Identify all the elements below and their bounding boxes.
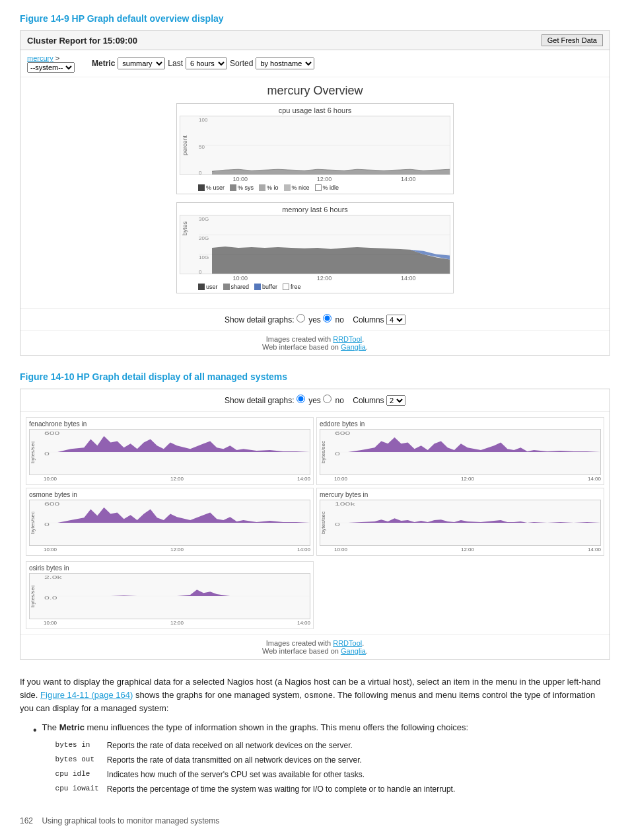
osiris-graph-item: osiris bytes in bytes/sec 2.0k 0.0 10:00 [26,561,314,629]
columns-label: Columns [353,315,384,325]
get-fresh-data-button[interactable]: Get Fresh Data [542,34,603,46]
eddore-title: eddore bytes in [320,420,601,428]
figure1-box: Cluster Report for 15:09:00 Get Fresh Da… [20,30,610,356]
rrdtool-link1[interactable]: RRDTool [333,335,362,343]
sorted-select[interactable]: by hostname [256,57,314,69]
code-cell: cpu idle [55,767,107,782]
figure2-footer: Images created with RRDTool. Web interfa… [20,634,610,659]
osiris-title: osiris bytes in [29,564,310,572]
figure14-11-link[interactable]: Figure 14-11 (page 164) [40,690,133,700]
osmone-inner: 600 0 [44,500,310,545]
mem-x-labels: 10:00 12:00 14:00 [180,275,450,282]
osiris-area: bytes/sec 2.0k 0.0 [29,573,310,619]
desc-cell: Indicates how much of the server's CPU s… [107,767,464,782]
osmone-code: osmone [304,691,333,701]
desc-cell: Reports the percentage of time the syste… [107,782,464,796]
osmone-svg: 600 0 [44,500,310,545]
last-select[interactable]: 6 hours [186,57,227,69]
eddore-inner: 600 0 [335,430,600,475]
legend-nice-label: % nice [292,184,310,191]
cpu-x-labels: 10:00 12:00 14:00 [180,176,450,182]
show-detail-no-radio2[interactable] [323,395,332,403]
code-table-row: cpu idleIndicates how much of the server… [55,767,464,782]
footer1-text1: Images created with [266,335,333,343]
columns-select[interactable]: 4 [386,315,405,325]
page-footer: 162 Using graphical tools to monitor man… [20,816,610,825]
mercury-svg: 100k 0 [335,500,600,545]
bullet-section: • The Metric menu influences the type of… [33,721,610,796]
mem-graph-legend: user shared buffer free [180,284,450,290]
detail-graphs-grid: fenachrone bytes in bytes/sec 600 0 10:0… [20,412,610,561]
code-cell: bytes out [55,753,107,767]
mercury-area: bytes/sec 100k 0 [320,500,601,546]
cpu-graph-svg: 100 50 0 [199,116,450,174]
mem-y-label: bytes [182,221,188,236]
eddore-graph-item: eddore bytes in bytes/sec 600 0 10:00 12… [316,417,604,485]
cluster-report-title: Cluster Report for 15:09:00 [27,36,137,46]
legend-idle-box [315,184,322,191]
text-content: If you want to display the graphical dat… [20,675,610,796]
legend-shared-box [223,284,230,290]
ganglia-link2[interactable]: Ganglia [341,647,366,655]
svg-text:30G: 30G [199,216,209,222]
detail-header: Show detail graphs: yes no Columns 2 [20,389,610,412]
legend-sys: % sys [230,184,254,191]
columns-select2[interactable]: 2 [386,395,405,406]
legend-shared: shared [223,284,250,290]
eddore-y-label: bytes/sec [320,441,326,463]
svg-text:50: 50 [199,144,205,150]
figure2-box: Show detail graphs: yes no Columns 2 fen… [20,389,610,660]
fenachrone-inner: 600 0 [44,430,310,475]
empty-cell [316,561,604,629]
eddore-x-labels: 10:00 12:00 14:00 [320,476,601,482]
legend-idle-label: % idle [323,184,339,191]
rrdtool-link2[interactable]: RRDTool [333,639,362,647]
legend-buffer-label: buffer [262,284,277,290]
mem-graph-svg: 30G 20G 10G 0 [199,215,450,274]
legend-io-label: % io [267,184,279,191]
show-detail-no-label2: no [335,396,344,405]
desc-cell: Reports the rate of data received on all… [107,738,464,753]
mercury-link[interactable]: mercury [27,54,53,62]
fenachrone-title: fenachrone bytes in [29,420,310,428]
svg-marker-26 [348,438,600,452]
footer2-text3: Web interface based on [262,647,341,655]
show-detail-label: Show detail graphs: [225,315,294,325]
osiris-y-label: bytes/sec [30,585,36,607]
svg-text:0: 0 [199,170,202,174]
code-table: bytes inReports the rate of data receive… [55,738,464,796]
ganglia-link1[interactable]: Ganglia [341,343,366,351]
show-detail-yes-label2: yes [308,396,321,405]
svg-text:100k: 100k [335,502,355,506]
last-label: Last [168,59,183,68]
svg-text:600: 600 [44,431,59,436]
breadcrumb-arrow: > [55,54,59,62]
cluster-controls: mercury > --system-- Metric summary Last… [20,50,610,77]
show-detail-yes-label: yes [308,315,321,325]
cpu-y-label: percent [182,135,188,155]
show-detail-yes-radio[interactable] [297,314,305,323]
columns-label2: Columns [353,396,384,405]
metric-select[interactable]: summary [118,57,165,69]
legend-mem-user-box [198,284,205,290]
cpu-graph-legend: % user % sys % io % nice % idle [180,184,450,191]
mem-graph-area: bytes 30G 20G 10G 0 [180,215,450,274]
fenachrone-y-label: bytes/sec [30,441,36,463]
show-detail-no-radio[interactable] [323,314,332,323]
show-detail-yes-radio2[interactable] [297,395,305,403]
legend-io: % io [259,184,279,191]
legend-buffer-box [254,284,261,290]
svg-text:10G: 10G [199,255,209,261]
footer2-text1: Images created with [266,639,333,647]
legend-free: free [283,284,301,290]
svg-text:600: 600 [44,502,59,506]
overview-content: mercury Overview cpu usage last 6 hours … [20,77,610,308]
cpu-graph-area: percent 100 50 0 [180,116,450,175]
system-select[interactable]: --system-- [27,62,75,73]
osiris-svg: 2.0k 0.0 [44,574,310,619]
legend-user: % user [198,184,225,191]
legend-buffer: buffer [254,284,277,290]
page-number: 162 [20,816,33,825]
figure1-footer: Images created with RRDTool. Web interfa… [20,330,610,355]
footer1-text4: . [366,343,368,351]
